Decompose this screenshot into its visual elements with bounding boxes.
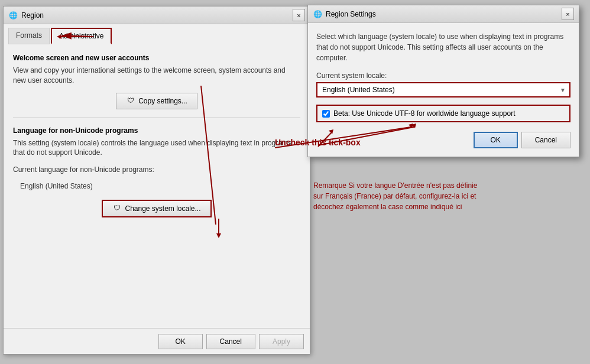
dialog-title: Region Settings [326, 10, 562, 18]
locale-select[interactable]: English (United States) French (France) … [317, 83, 569, 96]
current-locale-label: Current language for non-Unicode program… [13, 165, 300, 175]
welcome-section: Welcome screen and new user accounts Vie… [13, 54, 300, 109]
region-window: 🌐 Region × Formats Administrative Welcom… [3, 6, 310, 355]
copy-settings-button[interactable]: 🛡 Copy settings... [116, 93, 197, 109]
tab-administrative[interactable]: Administrative [51, 28, 112, 44]
dialog-ok-button[interactable]: OK [474, 132, 518, 148]
unicode-checkbox-row: Beta: Use Unicode UTF-8 for worldwide la… [316, 105, 570, 122]
region-footer: OK Cancel Apply [4, 328, 310, 354]
dialog-icon: 🌐 [313, 9, 322, 19]
dialog-titlebar: 🌐 Region Settings × [308, 5, 579, 23]
shield-icon: 🛡 [126, 96, 135, 106]
welcome-title: Welcome screen and new user accounts [13, 54, 300, 62]
language-section: Language for non-Unicode programs This s… [13, 126, 300, 217]
unicode-checkbox[interactable] [322, 110, 330, 118]
dialog-description: Select which language (system locale) to… [316, 31, 570, 63]
copy-settings-row: 🛡 Copy settings... [13, 93, 300, 109]
current-locale-value: English (United States) [20, 182, 300, 190]
section-divider [13, 118, 300, 118]
region-window-title: Region [21, 11, 293, 20]
region-window-icon: 🌐 [8, 11, 18, 20]
dialog-cancel-button[interactable]: Cancel [521, 132, 570, 148]
shield-icon-2: 🛡 [112, 204, 122, 213]
french-note-annotation: Remarque Si votre langue D'entrée n'est … [313, 180, 479, 212]
tab-formats[interactable]: Formats [8, 28, 50, 44]
unicode-checkbox-label[interactable]: Beta: Use Unicode UTF-8 for worldwide la… [333, 109, 516, 118]
current-system-locale-label: Current system locale: [316, 72, 570, 80]
region-ok-button[interactable]: OK [158, 334, 203, 349]
region-content: Welcome screen and new user accounts Vie… [4, 44, 310, 235]
dialog-close-button[interactable]: × [562, 8, 574, 20]
locale-select-wrapper: English (United States) French (France) … [316, 82, 570, 98]
language-description: This setting (system locale) controls th… [13, 138, 300, 158]
change-locale-row: 🛡 Change system locale... [13, 200, 300, 217]
region-titlebar: 🌐 Region × [4, 6, 310, 24]
welcome-description: View and copy your international setting… [13, 66, 300, 86]
language-title: Language for non-Unicode programs [13, 126, 300, 135]
region-settings-dialog: 🌐 Region Settings × Select which languag… [307, 5, 579, 157]
change-system-locale-button[interactable]: 🛡 Change system locale... [102, 200, 211, 217]
region-close-button[interactable]: × [293, 9, 305, 21]
region-apply-button[interactable]: Apply [259, 334, 304, 349]
uncheck-annotation: Uncheck this tick-box [275, 138, 361, 147]
region-tabs: Formats Administrative [4, 24, 310, 44]
dialog-content: Select which language (system locale) to… [308, 23, 579, 157]
region-cancel-button[interactable]: Cancel [206, 334, 255, 349]
